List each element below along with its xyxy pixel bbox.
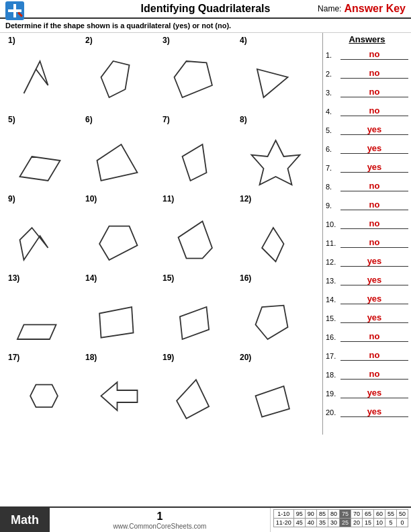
shape-number-12: 12): [240, 194, 251, 204]
svg-marker-22: [177, 380, 209, 418]
score-35: 35: [316, 519, 328, 527]
answer-value: yes: [340, 294, 408, 304]
shape-2: [83, 45, 160, 109]
svg-marker-6: [175, 61, 212, 97]
answers-column: Answers 1.no2.no3.no4.no5.yes6.yes7.yes8…: [322, 33, 411, 435]
score-range-1: 1-10: [273, 510, 293, 519]
shape-19: [160, 362, 237, 427]
answer-item: 13.yes: [326, 271, 408, 290]
score-70: 70: [351, 510, 362, 519]
answer-number: 7.: [326, 164, 340, 172]
answer-value: yes: [340, 144, 408, 154]
svg-marker-16: [17, 324, 56, 339]
shape-number-11: 11): [163, 194, 174, 204]
shape-cell-6: 6): [83, 115, 160, 189]
answer-number: 20.: [326, 408, 340, 416]
instructions-text: Determine if the shape shown is a quadri…: [0, 19, 411, 33]
shape-6: [83, 124, 160, 189]
answer-value: no: [340, 200, 408, 210]
answer-number: 1.: [326, 51, 340, 59]
score-row-1: 1-10 95 90 85 80 75 70 65 60 55 50: [273, 510, 408, 519]
score-table-area: 1-10 95 90 85 80 75 70 65 60 55 50 11-20…: [270, 508, 411, 532]
shape-13: [5, 283, 83, 347]
answer-value: yes: [340, 257, 408, 267]
shape-16: [237, 283, 314, 347]
answer-value: yes: [340, 388, 408, 398]
shape-number-9: 9): [8, 194, 15, 204]
answer-item: 4.no: [326, 102, 408, 120]
answer-item: 6.yes: [326, 140, 408, 158]
svg-marker-13: [99, 226, 137, 260]
answer-number: 9.: [326, 202, 340, 210]
score-10: 10: [373, 519, 385, 527]
shape-number-4: 4): [240, 36, 247, 45]
answer-item: 12.yes: [326, 253, 408, 271]
score-row-2: 11-20 45 40 35 30 25 20 15 10 5 0: [273, 519, 408, 527]
page-header: Identifying Quadrilaterals Name: Answer …: [0, 0, 411, 19]
answer-number: 13.: [326, 277, 340, 285]
shape-cell-5: 5): [5, 115, 83, 189]
answer-value: no: [340, 106, 408, 116]
shapes-row-2: 5) 6) 7) 8): [5, 115, 317, 189]
svg-marker-11: [252, 140, 300, 185]
shape-cell-4: 4): [237, 36, 314, 109]
shape-number-17: 17): [8, 353, 19, 362]
answer-item: 16.no: [326, 328, 408, 346]
page-number: 1: [156, 511, 163, 523]
shape-cell-1: 1): [5, 36, 83, 109]
answer-number: 17.: [326, 352, 340, 360]
answer-value: yes: [340, 275, 408, 285]
answer-value: no: [340, 50, 408, 60]
answer-value: no: [340, 238, 408, 248]
shape-12: [237, 204, 314, 268]
answer-item: 2.no: [326, 64, 408, 83]
answer-number: 4.: [326, 107, 340, 116]
answers-list: 1.no2.no3.no4.no5.yes6.yes7.yes8.no9.no1…: [326, 46, 408, 421]
answer-value: yes: [340, 163, 408, 173]
answer-item: 8.no: [326, 177, 408, 195]
shape-cell-9: 9): [5, 194, 83, 268]
answer-item: 7.yes: [326, 159, 408, 177]
score-80: 80: [328, 510, 339, 519]
score-85: 85: [316, 510, 328, 519]
score-table: 1-10 95 90 85 80 75 70 65 60 55 50 11-20…: [273, 509, 408, 527]
score-25: 25: [339, 519, 351, 527]
shape-cell-15: 15): [160, 273, 237, 347]
score-60: 60: [373, 510, 385, 519]
shape-cell-17: 17): [5, 353, 83, 427]
shape-17: [5, 362, 83, 427]
shape-20: [237, 362, 314, 427]
svg-marker-9: [97, 144, 138, 181]
shape-number-20: 20): [240, 353, 251, 362]
shape-number-6: 6): [85, 115, 93, 124]
shape-number-19: 19): [163, 353, 174, 362]
shapes-row-5: 17) 18) 19) 20): [5, 353, 317, 427]
score-55: 55: [385, 510, 396, 519]
shapes-row-4: 13) 14) 15) 16): [5, 273, 317, 347]
shape-number-1: 1): [8, 36, 15, 45]
answer-number: 16.: [326, 333, 340, 341]
answer-item: 19.yes: [326, 384, 408, 402]
shape-cell-19: 19): [160, 353, 237, 427]
page-footer: Math 1 www.CommonCoreSheets.com 1-10 95 …: [0, 506, 411, 532]
shape-cell-12: 12): [237, 194, 314, 268]
answer-item: 17.no: [326, 347, 408, 365]
answer-value: yes: [340, 313, 408, 323]
shape-1: [5, 45, 83, 109]
answer-number: 15.: [326, 314, 340, 322]
answers-title: Answers: [326, 34, 408, 44]
shape-18: [83, 362, 160, 427]
answer-key-label: Answer Key: [344, 3, 406, 15]
svg-marker-17: [99, 307, 133, 338]
shape-cell-16: 16): [237, 273, 314, 347]
shape-3: [160, 45, 237, 109]
answer-number: 12.: [326, 258, 340, 266]
answer-number: 8.: [326, 183, 340, 191]
score-15: 15: [362, 519, 373, 527]
answer-number: 3.: [326, 89, 340, 97]
svg-marker-10: [183, 144, 207, 181]
shape-number-15: 15): [163, 273, 174, 283]
answer-value: no: [340, 181, 408, 191]
footer-math-label: Math: [0, 508, 50, 532]
shape-cell-3: 3): [160, 36, 237, 109]
